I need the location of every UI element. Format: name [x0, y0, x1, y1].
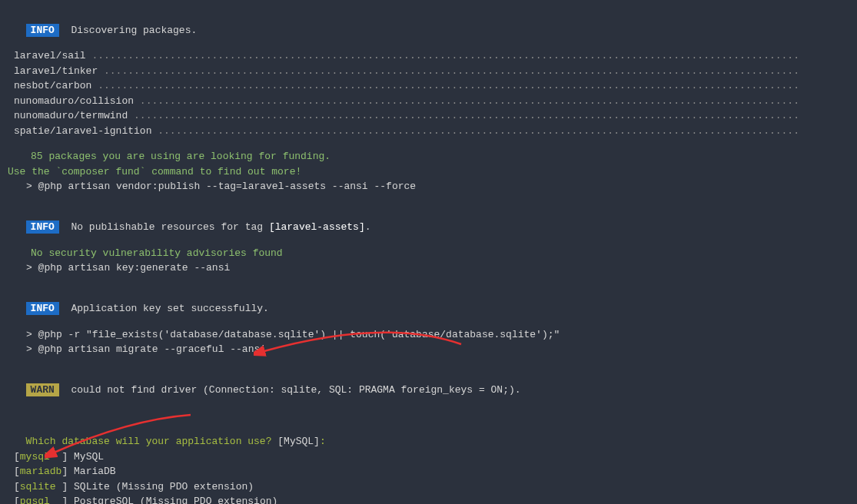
db-default: [MySQL]	[277, 436, 320, 447]
pkg-line-5: nunomaduro/termwind ....................…	[8, 108, 849, 124]
warn-text: could not find driver (Connection: sqlit…	[71, 384, 520, 396]
discover-text: Discovering packages.	[71, 25, 197, 36]
security-line: No security vulnerability advisories fou…	[8, 246, 849, 261]
db-question-line: Which database will your application use…	[8, 419, 849, 449]
db-question: Which database will your application use…	[26, 436, 272, 447]
db-option-pgsql[interactable]: [pgsql ] PostgreSQL (Missing PDO extensi…	[8, 494, 849, 504]
pkg-line-6: spatie/laravel-ignition ................…	[8, 124, 849, 139]
warn-badge: WARN	[26, 383, 59, 396]
cmd-line-1: > @php artisan vendor:publish --tag=lara…	[8, 179, 849, 194]
cmd-line-4: > @php artisan migrate --graceful --ansi	[8, 342, 849, 357]
db-option-mysql[interactable]: [mysql ] MySQL	[8, 449, 849, 465]
nopub-text: No publishable resources for tag	[71, 221, 268, 233]
pkg-line-4: nunomaduro/collision ...................…	[8, 94, 849, 109]
pkg-line-2: laravel/tinker .........................…	[8, 64, 849, 79]
funding-line-1: 85 packages you are using are looking fo…	[8, 149, 849, 164]
info-nopub-line: INFO No publishable resources for tag [l…	[8, 205, 849, 235]
db-option-mariadb[interactable]: [mariadb] MariaDB	[8, 464, 849, 479]
funding-line-2: Use the `composer fund` command to find …	[8, 164, 849, 180]
info-badge: INFO	[26, 302, 59, 315]
db-option-sqlite[interactable]: [sqlite ] SQLite (Missing PDO extension)	[8, 479, 849, 495]
keyset-text: Application key set successfully.	[71, 303, 268, 314]
cmd-line-2: > @php artisan key:generate --ansi	[8, 260, 849, 276]
info-keyset-line: INFO Application key set successfully.	[8, 287, 849, 317]
info-badge: INFO	[26, 220, 59, 234]
cmd-line-3: > @php -r "file_exists('database/databas…	[8, 327, 849, 343]
info-discover-line: INFO Discovering packages.	[8, 8, 849, 38]
info-badge: INFO	[26, 24, 59, 37]
pkg-line-1: laravel/sail ...........................…	[8, 48, 849, 64]
warn-line: WARN could not find driver (Connection: …	[8, 368, 849, 398]
nopub-tag: [laravel-assets]	[269, 221, 365, 233]
pkg-line-3: nesbot/carbon ..........................…	[8, 78, 849, 94]
